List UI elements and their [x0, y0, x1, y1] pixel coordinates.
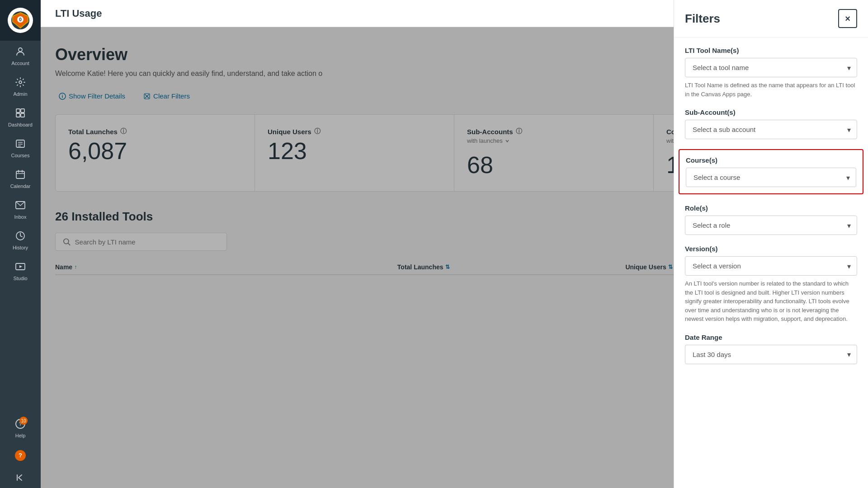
filter-select-sub-account[interactable]: Select a sub account [685, 120, 857, 139]
sidebar-item-account[interactable]: Account [0, 41, 41, 71]
table-header-name[interactable]: Name ↑ [55, 263, 397, 271]
filter-select-wrapper-role[interactable]: Select a role ▾ [685, 216, 857, 235]
sidebar-collapse-button[interactable] [0, 467, 41, 488]
filter-select-wrapper-date-range[interactable]: Last 30 days ▾ [685, 345, 857, 364]
svg-rect-7 [16, 113, 20, 117]
sidebar-item-inbox[interactable]: Inbox [0, 194, 41, 225]
help-badge-count: 10 [19, 417, 28, 425]
filter-section-date-range: Date Range Last 30 days ▾ [685, 333, 857, 364]
filter-select-date-range[interactable]: Last 30 days [685, 345, 857, 364]
sidebar-item-inbox-label: Inbox [14, 214, 27, 220]
sidebar-item-courses-label: Courses [11, 153, 30, 158]
filter-select-wrapper-lti-tool[interactable]: Select a tool name ▾ [685, 58, 857, 77]
filter-section-versions: Version(s) Select a version ▾ An LTI too… [685, 245, 857, 324]
filter-panel-header: Filters × [674, 0, 868, 38]
sidebar-logo[interactable]: 0 [0, 0, 41, 41]
sidebar-item-calendar[interactable]: Calendar [0, 164, 41, 194]
filter-select-wrapper-sub-account[interactable]: Select a sub account ▾ [685, 120, 857, 139]
filter-select-wrapper-course[interactable]: Select a course ▾ [686, 168, 856, 187]
filter-label-courses: Course(s) [686, 156, 856, 164]
studio-icon [15, 261, 26, 274]
stat-card-total-launches: Total Launches ⓘ 6,087 [56, 115, 255, 191]
svg-point-4 [19, 81, 22, 84]
filter-panel-body: LTI Tool Name(s) Select a tool name ▾ LT… [674, 38, 868, 488]
search-box[interactable] [55, 233, 227, 251]
sidebar-item-history[interactable]: History [0, 225, 41, 256]
unique-users-info-icon[interactable]: ⓘ [314, 127, 321, 136]
total-launches-info-icon[interactable]: ⓘ [120, 127, 127, 136]
svg-rect-8 [21, 113, 24, 117]
filter-close-button[interactable]: × [838, 9, 857, 28]
filter-label-versions: Version(s) [685, 245, 857, 253]
sidebar-item-studio[interactable]: Studio [0, 256, 41, 286]
stat-sub-accounts-value: 68 [467, 151, 641, 178]
search-icon [63, 238, 71, 246]
calendar-icon [15, 169, 26, 182]
admin-icon [15, 77, 26, 89]
stat-unique-users-label: Unique Users ⓘ [268, 127, 441, 136]
filter-section-courses: Course(s) Select a course ▾ [679, 149, 863, 194]
svg-text:0: 0 [19, 17, 22, 22]
svg-marker-20 [19, 265, 22, 268]
page-title: LTI Usage [55, 8, 102, 19]
sidebar-item-admin-label: Admin [13, 91, 27, 97]
filter-select-course[interactable]: Select a course [686, 168, 856, 187]
filter-panel-title: Filters [685, 12, 720, 26]
help-question-circle[interactable]: ? [0, 444, 41, 467]
filter-label-lti-tool-names: LTI Tool Name(s) [685, 47, 857, 54]
stat-card-sub-accounts: Sub-Accounts ⓘ with launches 68 [454, 115, 654, 191]
sidebar-item-account-label: Account [11, 61, 29, 66]
svg-rect-5 [16, 109, 20, 113]
logo-badge: 0 [8, 8, 33, 33]
show-filter-label: Show Filter Details [69, 92, 125, 100]
stat-total-launches-label: Total Launches ⓘ [68, 127, 242, 136]
sidebar-item-dashboard[interactable]: Dashboard [0, 102, 41, 133]
sidebar-item-history-label: History [13, 245, 28, 250]
sidebar-item-calendar-label: Calendar [10, 183, 31, 189]
account-icon [15, 46, 26, 59]
sidebar-item-admin[interactable]: Admin [0, 71, 41, 102]
table-header-launches[interactable]: Total Launches ⇅ [397, 263, 626, 271]
sidebar-item-dashboard-label: Dashboard [8, 122, 33, 127]
svg-point-30 [64, 239, 69, 244]
filter-select-role[interactable]: Select a role [685, 216, 857, 235]
clear-filters-button[interactable]: Clear Filters [140, 90, 193, 102]
svg-line-31 [68, 244, 70, 245]
show-filter-details-button[interactable]: Show Filter Details [55, 90, 129, 102]
filter-label-sub-accounts: Sub-Account(s) [685, 108, 857, 116]
filter-panel: Filters × LTI Tool Name(s) Select a tool… [674, 0, 868, 488]
filter-section-lti-tool-names: LTI Tool Name(s) Select a tool name ▾ LT… [685, 47, 857, 99]
courses-icon [15, 138, 26, 151]
inbox-icon [15, 200, 26, 212]
sidebar: 0 Account Admin [0, 0, 41, 488]
svg-text:?: ? [19, 452, 22, 459]
svg-rect-6 [21, 109, 24, 113]
stat-card-unique-users: Unique Users ⓘ 123 [255, 115, 454, 191]
filter-label-roles: Role(s) [685, 204, 857, 212]
filter-desc-lti-tool: LTI Tool Name is defined as the name tha… [685, 81, 857, 99]
filter-select-wrapper-version[interactable]: Select a version ▾ [685, 256, 857, 276]
filter-select-lti-tool[interactable]: Select a tool name [685, 58, 857, 77]
stat-sub-accounts-label: Sub-Accounts ⓘ [467, 127, 641, 136]
svg-point-3 [19, 48, 22, 52]
sidebar-item-help[interactable]: ? 10 Help [0, 413, 41, 444]
filter-section-sub-accounts: Sub-Account(s) Select a sub account ▾ [685, 108, 857, 139]
main-content: LTI Usage Overview Welcome Katie! Here y… [41, 0, 868, 488]
clear-filters-label: Clear Filters [153, 92, 190, 100]
stat-sub-accounts-sublabel: with launches [467, 137, 641, 144]
sidebar-bottom: ? 10 Help ? [0, 413, 41, 488]
history-icon [15, 230, 26, 243]
stat-unique-users-value: 123 [268, 137, 441, 164]
logo-icon: 0 [11, 11, 29, 29]
filter-desc-version: An LTI tool's version number is related … [685, 279, 857, 324]
sidebar-item-studio-label: Studio [13, 276, 27, 281]
svg-rect-13 [16, 171, 24, 178]
filter-select-version[interactable]: Select a version [685, 256, 857, 276]
sidebar-item-courses[interactable]: Courses [0, 133, 41, 164]
stat-total-launches-value: 6,087 [68, 137, 242, 164]
sub-accounts-info-icon[interactable]: ⓘ [516, 127, 522, 136]
filter-label-date-range: Date Range [685, 333, 857, 341]
svg-point-28 [62, 94, 63, 95]
search-input[interactable] [75, 238, 219, 246]
dashboard-icon [15, 108, 26, 120]
